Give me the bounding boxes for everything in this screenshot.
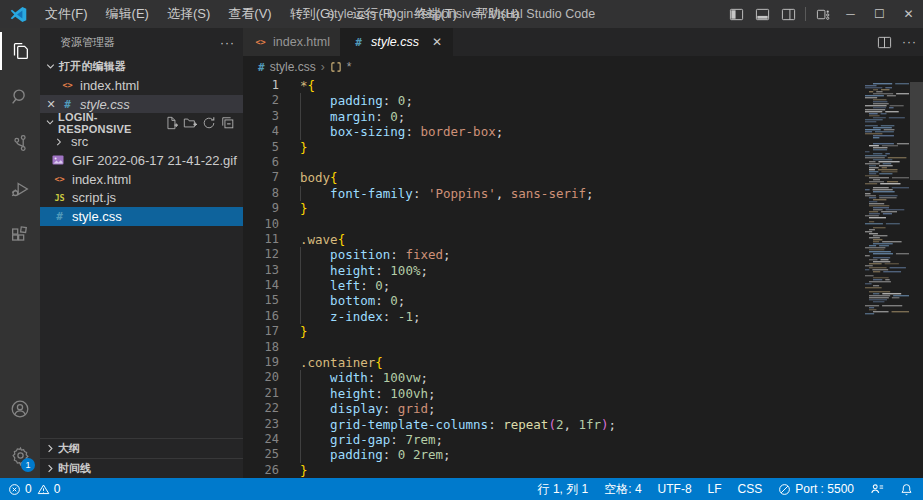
code-line-23[interactable]: 23 grid-template-columns: repeat(2, 1fr)… [243, 417, 923, 432]
split-editor-icon[interactable] [877, 35, 892, 50]
problems-errors[interactable]: 0 [8, 482, 32, 496]
code-line-11[interactable]: 11.wave{ [243, 232, 923, 247]
code-line-3[interactable]: 3 margin: 0; [243, 109, 923, 124]
code-line-13[interactable]: 13 height: 100%; [243, 263, 923, 278]
file-tree: srcGIF 2022-06-17 21-41-22.gif<>index.ht… [40, 132, 243, 225]
code-line-7[interactable]: 7body{ [243, 170, 923, 185]
minimize-button[interactable]: ─ [836, 0, 865, 28]
code-line-26[interactable]: 26} [243, 463, 923, 478]
collapse-all-icon[interactable] [221, 116, 235, 130]
tab-index-html[interactable]: <>index.html [243, 28, 341, 56]
new-file-icon[interactable] [164, 116, 178, 130]
activity-bar: 1 [0, 28, 40, 478]
file-item-gif-2022-06-17-21-41-22-gif[interactable]: GIF 2022-06-17 21-41-22.gif [40, 151, 243, 170]
code-line-19[interactable]: 19.container{ [243, 355, 923, 370]
source-control-icon[interactable] [0, 120, 40, 166]
close-editor-icon[interactable]: ✕ [42, 98, 60, 111]
css-file-icon: # [60, 98, 75, 111]
error-icon [8, 483, 21, 496]
settings-gear-icon[interactable]: 1 [0, 432, 40, 478]
code-line-15[interactable]: 15 bottom: 0; [243, 293, 923, 308]
editor-more-actions-icon[interactable]: ··· [902, 35, 917, 49]
js-file-icon: JS [52, 193, 67, 203]
css-symbol-icon [330, 61, 342, 73]
breadcrumb-file[interactable]: style.css [270, 60, 316, 74]
close-tab-icon[interactable]: ✕ [432, 35, 442, 49]
maximize-button[interactable]: ☐ [865, 0, 894, 28]
css-file-icon: # [52, 210, 67, 223]
sidebar-more-actions-icon[interactable]: ··· [220, 36, 235, 50]
code-line-22[interactable]: 22 display: grid; [243, 401, 923, 416]
settings-badge: 1 [21, 458, 35, 472]
tab-style-css[interactable]: #style.css✕ [341, 28, 453, 56]
code-line-20[interactable]: 20 width: 100vw; [243, 370, 923, 385]
search-icon[interactable] [0, 74, 40, 120]
menu-[interactable]: 选择(S) [158, 0, 219, 28]
explorer-icon[interactable] [0, 28, 40, 74]
menu-[interactable]: 文件(F) [36, 0, 97, 28]
editor-scrollbar[interactable] [910, 82, 923, 180]
timeline-panel-header[interactable]: 时间线 [40, 458, 243, 478]
code-editor[interactable]: 1*{2 padding: 0;3 margin: 0;4 box-sizing… [243, 78, 923, 478]
html-file-icon: <> [60, 80, 75, 90]
breadcrumb-symbol[interactable]: * [347, 60, 352, 74]
code-line-25[interactable]: 25 padding: 0 2rem; [243, 447, 923, 462]
language-mode[interactable]: CSS [738, 482, 763, 496]
html-file-icon: <> [253, 37, 268, 47]
new-folder-icon[interactable] [183, 116, 197, 130]
code-line-18[interactable]: 18 [243, 340, 923, 355]
code-line-4[interactable]: 4 box-sizing: border-box; [243, 124, 923, 139]
feedback-icon[interactable] [870, 482, 884, 496]
file-item-index-html[interactable]: <>index.html [40, 170, 243, 189]
sidebar-title: 资源管理器 [60, 35, 115, 50]
code-line-10[interactable]: 10 [243, 217, 923, 232]
outline-panel-header[interactable]: 大纲 [40, 438, 243, 458]
code-line-14[interactable]: 14 left: 0; [243, 278, 923, 293]
live-server-port[interactable]: Port : 5500 [778, 482, 854, 496]
explorer-sidebar: 资源管理器 ··· 打开的编辑器 <>index.html✕#style.css… [40, 28, 243, 478]
open-editor-index-html[interactable]: <>index.html [40, 76, 243, 95]
encoding[interactable]: UTF-8 [658, 482, 692, 496]
code-line-9[interactable]: 9} [243, 201, 923, 216]
toggle-panel-icon[interactable] [749, 0, 775, 28]
image-file-icon [52, 154, 67, 166]
account-icon[interactable] [0, 386, 40, 432]
file-item-style-css[interactable]: #style.css [40, 207, 243, 226]
breadcrumb-separator: › [321, 60, 325, 74]
toggle-sidebar-icon[interactable] [723, 0, 749, 28]
open-editors-list: <>index.html✕#style.css [40, 76, 243, 113]
toggle-secondary-sidebar-icon[interactable] [775, 0, 801, 28]
refresh-icon[interactable] [202, 116, 216, 130]
close-button[interactable]: ✕ [894, 0, 923, 28]
code-line-17[interactable]: 17} [243, 324, 923, 339]
file-item-src[interactable]: src [40, 132, 243, 151]
titlebar-separator [805, 7, 806, 21]
code-line-5[interactable]: 5} [243, 140, 923, 155]
code-line-1[interactable]: 1*{ [243, 78, 923, 93]
vscode-logo-icon [0, 6, 36, 23]
folder-header[interactable]: LOGIN-RESPONSIVE [40, 113, 243, 132]
cursor-position[interactable]: 行 1, 列 1 [538, 481, 589, 498]
code-line-24[interactable]: 24 grid-gap: 7rem; [243, 432, 923, 447]
menu-[interactable]: 编辑(E) [97, 0, 158, 28]
minimap[interactable] [863, 80, 909, 320]
code-line-6[interactable]: 6 [243, 155, 923, 170]
css-file-icon: # [258, 61, 265, 74]
menu-[interactable]: 查看(V) [219, 0, 280, 28]
code-line-8[interactable]: 8 font-family: 'Poppins', sans-serif; [243, 186, 923, 201]
code-line-12[interactable]: 12 position: fixed; [243, 247, 923, 262]
code-line-2[interactable]: 2 padding: 0; [243, 93, 923, 108]
extensions-icon[interactable] [0, 212, 40, 258]
open-editors-header[interactable]: 打开的编辑器 [40, 57, 243, 76]
notifications-bell-icon[interactable] [900, 483, 913, 496]
editor-group: <>index.html#style.css✕ ··· # style.css … [243, 28, 923, 478]
file-item-script-js[interactable]: JSscript.js [40, 188, 243, 207]
indentation[interactable]: 空格: 4 [604, 481, 641, 498]
breadcrumb[interactable]: # style.css › * [243, 56, 923, 78]
code-line-16[interactable]: 16 z-index: -1; [243, 309, 923, 324]
eol-sequence[interactable]: LF [708, 482, 722, 496]
problems-warnings[interactable]: 0 [37, 482, 61, 496]
code-line-21[interactable]: 21 height: 100vh; [243, 386, 923, 401]
customize-layout-icon[interactable] [810, 0, 836, 28]
run-debug-icon[interactable] [0, 166, 40, 212]
